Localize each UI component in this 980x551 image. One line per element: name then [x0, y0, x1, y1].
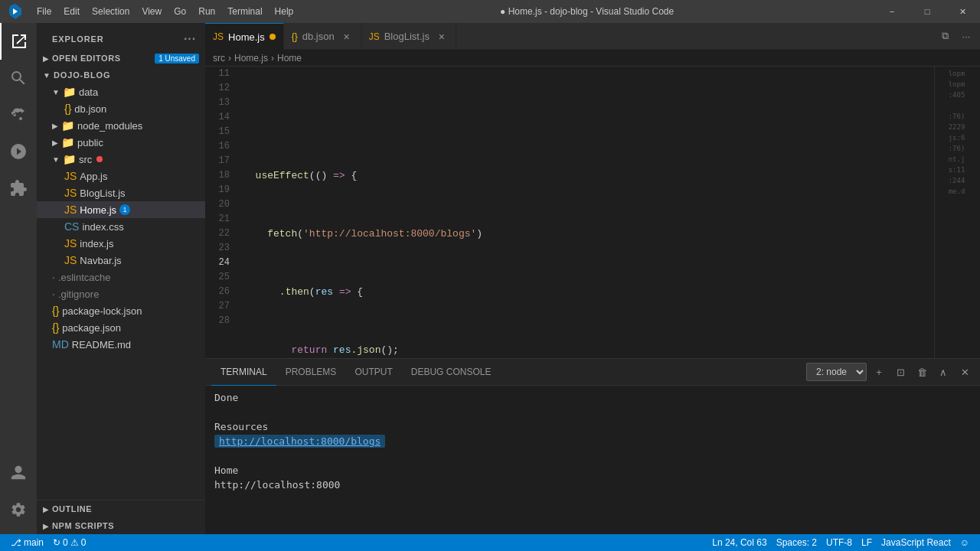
localhost-url-link[interactable]: http://localhost:8000/blogs: [214, 435, 385, 448]
menu-help[interactable]: Help: [269, 0, 300, 23]
outline-header[interactable]: ▶ Outline: [37, 500, 205, 517]
line-num-18: 18: [211, 168, 230, 183]
sidebar-item-package-json[interactable]: {} package.json: [37, 319, 205, 336]
db-json-close-button[interactable]: ×: [341, 31, 353, 43]
code-line-13: fetch('http://localhost:8000/blogs'): [243, 227, 934, 241]
sidebar-item-package-lock[interactable]: {} package-lock.json: [37, 302, 205, 319]
sidebar-item-bloglist-js[interactable]: JS BlogList.js: [37, 184, 205, 201]
line-num-22: 22: [211, 227, 230, 241]
line-num-28: 28: [211, 314, 230, 328]
sidebar-item-readme[interactable]: MD README.md: [37, 336, 205, 353]
terminal-tab-debug[interactable]: DEBUG CONSOLE: [402, 359, 501, 386]
sidebar-item-index-js[interactable]: JS index.js: [37, 235, 205, 252]
terminal-node-selector[interactable]: 2: node 1: bash: [806, 363, 867, 381]
menu-terminal[interactable]: Terminal: [221, 0, 268, 23]
minimap-line: :405: [949, 90, 967, 100]
project-root[interactable]: ▼ DOJO-BLOG: [37, 67, 205, 83]
tab-home-js[interactable]: JS Home.js: [205, 23, 284, 50]
code-content[interactable]: useEffect(() => { fetch('http://localhos…: [236, 67, 934, 358]
maximize-panel-button[interactable]: ∧: [934, 363, 952, 381]
breadcrumb-sep-1: ›: [228, 53, 231, 64]
kill-terminal-button[interactable]: 🗑: [913, 363, 931, 381]
terminal-tab-problems[interactable]: PROBLEMS: [276, 359, 346, 386]
sidebar-item-src[interactable]: ▼ 📁 src: [37, 151, 205, 168]
breadcrumb-symbol[interactable]: Home: [277, 53, 302, 64]
right-minimap-panel: lopm lopm :405 :76) 2229 js:6 :76) nt.j …: [934, 67, 980, 358]
line-num-17: 17: [211, 154, 230, 168]
extensions-activity-icon[interactable]: [0, 170, 37, 207]
sidebar-item-index-css[interactable]: CS index.css: [37, 218, 205, 235]
sidebar-item-navbar-js[interactable]: JS Navbar.js: [37, 252, 205, 269]
open-editors-chevron: ▶: [43, 54, 49, 63]
line-num-12: 12: [211, 81, 230, 96]
package-lock-icon: {}: [52, 305, 59, 317]
debug-activity-icon[interactable]: [0, 133, 37, 170]
accounts-activity-icon[interactable]: [0, 455, 37, 491]
close-button[interactable]: ✕: [945, 0, 980, 23]
settings-activity-icon[interactable]: [0, 491, 37, 528]
bloglist-tab-icon: JS: [369, 31, 380, 42]
npm-scripts-header[interactable]: ▶ NPM Scripts: [37, 517, 205, 534]
sidebar-item-eslintcache[interactable]: · .eslintcache: [37, 269, 205, 285]
explorer-activity-icon[interactable]: [0, 23, 37, 60]
home-url-text: http://localhost:8000: [214, 479, 340, 491]
line-num-11: 11: [211, 67, 230, 81]
terminal-tab-terminal[interactable]: TERMINAL: [211, 359, 276, 386]
sidebar-item-gitignore[interactable]: · .gitignore: [37, 285, 205, 302]
window-title: ● Home.js - dojo-blog - Visual Studio Co…: [299, 6, 874, 17]
close-panel-button[interactable]: ✕: [956, 363, 974, 381]
bloglist-close-button[interactable]: ×: [436, 31, 448, 43]
terminal-blank-2: [214, 448, 971, 463]
terminal-content[interactable]: Done Resources http://localhost:8000/blo…: [205, 386, 980, 534]
package-json-icon: {}: [52, 321, 59, 334]
sidebar-item-home-js[interactable]: JS Home.js 1: [37, 201, 205, 218]
tab-db-json[interactable]: {} db.json ×: [284, 23, 361, 50]
source-control-activity-icon[interactable]: [0, 96, 37, 133]
sidebar-item-data[interactable]: ▼ 📁 data: [37, 83, 205, 100]
warning-icon: ⚠: [70, 537, 79, 548]
status-feedback[interactable]: ☺: [956, 534, 974, 551]
status-encoding[interactable]: UTF-8: [822, 534, 857, 551]
app-icon: [0, 4, 31, 19]
status-eol[interactable]: LF: [857, 534, 877, 551]
maximize-button[interactable]: □: [910, 0, 945, 23]
sidebar-item-public[interactable]: ▶ 📁 public: [37, 134, 205, 151]
status-line-col[interactable]: Ln 24, Col 63: [707, 534, 771, 551]
tab-bloglist-js[interactable]: JS BlogList.js ×: [361, 23, 456, 50]
search-activity-icon[interactable]: [0, 60, 37, 96]
minimize-button[interactable]: −: [874, 0, 910, 23]
status-language[interactable]: JavaScript React: [877, 534, 956, 551]
split-terminal-button[interactable]: ⊡: [891, 363, 910, 381]
main-layout: Explorer ··· ▶ Open Editors 1 Unsaved ▼ …: [0, 23, 980, 534]
public-folder-icon: 📁: [61, 136, 74, 148]
menu-selection[interactable]: Selection: [86, 0, 136, 23]
sidebar: Explorer ··· ▶ Open Editors 1 Unsaved ▼ …: [37, 23, 205, 534]
status-sync[interactable]: ↻ 0 ⚠ 0: [48, 534, 90, 551]
terminal-tab-output[interactable]: OUTPUT: [345, 359, 401, 386]
menu-view[interactable]: View: [136, 0, 168, 23]
index-css-label: index.css: [82, 221, 123, 233]
sidebar-overflow-icon[interactable]: ···: [184, 32, 196, 46]
terminal-blank-1: [214, 405, 971, 419]
new-terminal-button[interactable]: +: [870, 363, 888, 381]
menu-edit[interactable]: Edit: [57, 0, 86, 23]
readme-icon: MD: [52, 338, 69, 350]
sidebar-item-app-js[interactable]: JS App.js: [37, 168, 205, 184]
code-line-15: return res.json();: [243, 343, 934, 357]
sidebar-item-db-json[interactable]: {} db.json: [37, 100, 205, 117]
status-branch[interactable]: ⎇ main: [6, 534, 48, 551]
data-folder-label: data: [79, 86, 98, 98]
menu-file[interactable]: File: [31, 0, 57, 23]
tab-more-actions[interactable]: ···: [956, 25, 977, 47]
sidebar-item-node-modules[interactable]: ▶ 📁 node_modules: [37, 117, 205, 134]
open-editors-header[interactable]: ▶ Open Editors 1 Unsaved: [37, 50, 205, 67]
split-editor-button[interactable]: ⧉: [934, 25, 956, 47]
status-spaces[interactable]: Spaces: 2: [772, 534, 822, 551]
minimap-line: :76): [949, 111, 967, 122]
sidebar-bottom: ▶ Outline ▶ NPM Scripts: [37, 500, 205, 534]
warning-count: 0: [81, 537, 87, 548]
breadcrumb-file[interactable]: Home.js: [234, 53, 268, 64]
menu-go[interactable]: Go: [168, 0, 192, 23]
menu-run[interactable]: Run: [192, 0, 221, 23]
breadcrumb-src[interactable]: src: [213, 53, 225, 64]
